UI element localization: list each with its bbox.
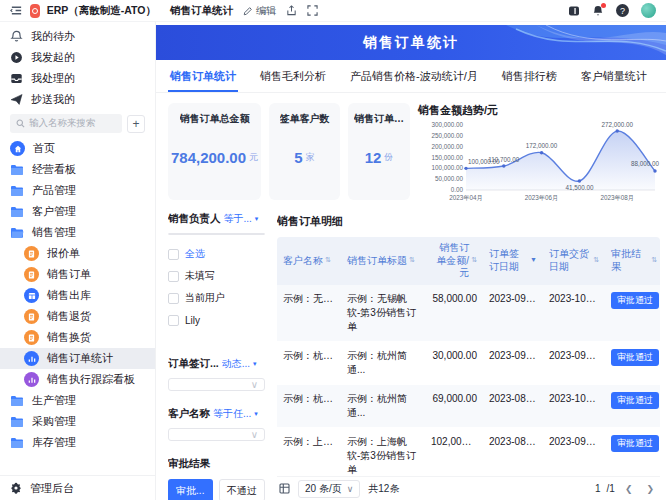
caret-down-icon[interactable]: ▾: [253, 360, 257, 368]
collapse-sidebar-icon[interactable]: [10, 4, 23, 17]
caret-down-icon[interactable]: ▾: [254, 410, 258, 418]
notifications-bell-icon[interactable]: [592, 5, 604, 17]
svg-text:200,000.00: 200,000.00: [431, 143, 463, 150]
add-button[interactable]: +: [127, 115, 145, 133]
sidebar-item-sales-exchange[interactable]: 销售换货: [0, 327, 155, 348]
column-header-1[interactable]: 销售订单标题⇅: [341, 237, 425, 285]
sort-icon[interactable]: ⇅: [471, 256, 477, 265]
next-page-button[interactable]: ❯: [642, 484, 658, 494]
owner-option-2[interactable]: 当前用户: [168, 287, 265, 309]
order-detail-section: 销售订单明细 客户名称⇅销售订单标题⇅销售订单金额/元⇅订单签订日期▼订单交货日…: [277, 212, 660, 500]
sidebar-item-initiated-by-me[interactable]: 我发起的: [0, 47, 155, 68]
table-body: 示例：无锡帆软示例：无锡帆软-第3份销售订单58,000.002023-09-1…: [277, 285, 660, 477]
sort-desc-icon[interactable]: ▼: [530, 256, 537, 265]
filter-owner-search-input[interactable]: 搜索 (多个关键...: [168, 233, 265, 235]
sort-icon[interactable]: ⇅: [409, 256, 415, 265]
approval-badge: 审批通过: [611, 435, 659, 453]
page-size-select[interactable]: 20 条/页 ∨: [298, 480, 360, 498]
tab-1[interactable]: 销售毛利分析: [258, 69, 328, 92]
tab-bar: 销售订单统计销售毛利分析产品销售价格-波动统计/月销售排行榜客户销量统计产品销量…: [156, 60, 666, 93]
column-header-5[interactable]: 审批结果⇅: [605, 237, 660, 285]
sidebar-item-sales-outbound[interactable]: 销售出库: [0, 285, 155, 306]
sidebar-item-inventory-mgmt[interactable]: 库存管理: [0, 432, 155, 453]
fullscreen-icon[interactable]: [307, 5, 318, 16]
doc-icon: [24, 309, 39, 324]
checkbox[interactable]: [168, 271, 179, 282]
checkbox[interactable]: [168, 315, 179, 326]
sidebar-item-home[interactable]: 首页: [0, 138, 155, 159]
filter-customer-select[interactable]: ∨: [168, 428, 265, 441]
trend-chart-svg: 0.0050,000.00100,000.00150,000.00200,000…: [418, 120, 663, 202]
sidebar-item-sales-order[interactable]: 销售订单: [0, 264, 155, 285]
current-page[interactable]: 1: [595, 483, 601, 494]
filter-owner-options: 全选未填写当前用户Lily: [168, 243, 265, 331]
filter-sign-date-select[interactable]: ∨: [168, 378, 265, 391]
stat-card-order-count: 销售订单签署数... 12份: [348, 103, 410, 200]
tab-3[interactable]: 销售排行榜: [500, 69, 559, 92]
tab-2[interactable]: 产品销售价格-波动统计/月: [348, 69, 480, 92]
share-icon[interactable]: [286, 5, 297, 16]
tab-4[interactable]: 客户销量统计: [579, 69, 649, 92]
sidebar-item-sales-order-stats[interactable]: 销售订单统计: [0, 348, 155, 369]
approval-fail-button[interactable]: 不通过: [219, 479, 266, 500]
approval-badge: 审批通过: [611, 349, 659, 367]
sidebar-item-cc-to-me[interactable]: 抄送我的: [0, 89, 155, 110]
app-logo: [30, 4, 40, 18]
sidebar-search-input[interactable]: 输入名称来搜索: [10, 114, 122, 133]
chart-title: 销售金额趋势/元: [418, 103, 660, 118]
sidebar-item-product-mgmt[interactable]: 产品管理: [0, 180, 155, 201]
approval-pass-button[interactable]: 审批...: [168, 479, 213, 500]
sort-icon[interactable]: ⇅: [593, 256, 599, 265]
prev-page-button[interactable]: ❮: [621, 484, 637, 494]
svg-text:41,500.00: 41,500.00: [565, 184, 594, 191]
filter-sign-date-operator[interactable]: 动态...: [222, 357, 250, 371]
filter-owner-operator[interactable]: 等于...: [224, 212, 252, 226]
avatar[interactable]: [641, 3, 656, 18]
checkbox[interactable]: [168, 249, 179, 260]
sidebar-item-production-mgmt[interactable]: 生产管理: [0, 390, 155, 411]
caret-down-icon[interactable]: ▾: [255, 215, 259, 223]
gear-icon: [10, 482, 22, 494]
sidebar-item-purchase-mgmt[interactable]: 采购管理: [0, 411, 155, 432]
approval-badge: 审批通过: [611, 292, 659, 310]
sort-icon[interactable]: ⇅: [651, 256, 657, 265]
send-icon: [10, 93, 23, 106]
bell-icon: [10, 30, 23, 43]
sidebar-item-handled-by-me[interactable]: 我处理的: [0, 68, 155, 89]
tab-0[interactable]: 销售订单统计: [168, 69, 238, 92]
sidebar-item-sales-return[interactable]: 销售退货: [0, 306, 155, 327]
column-header-2[interactable]: 销售订单金额/元⇅: [425, 237, 483, 285]
search-icon: [174, 233, 183, 235]
admin-backend-link[interactable]: 管理后台: [0, 475, 155, 500]
table-settings-icon[interactable]: [279, 483, 290, 494]
edit-button[interactable]: 编辑: [243, 4, 276, 18]
filter-approval: 审批结果: [168, 457, 265, 471]
column-header-3[interactable]: 订单签订日期▼: [483, 237, 543, 285]
owner-option-3[interactable]: Lily: [168, 309, 265, 331]
column-header-0[interactable]: 客户名称⇅: [277, 237, 341, 285]
sidebar-item-business-board[interactable]: 经营看板: [0, 159, 155, 180]
svg-text:172,000.00: 172,000.00: [526, 142, 558, 149]
panel-toggle-icon[interactable]: [568, 5, 580, 17]
folder-icon: [10, 437, 24, 449]
sort-icon[interactable]: ⇅: [325, 256, 331, 265]
sidebar-item-sales-exec-board[interactable]: 销售执行跟踪看板: [0, 369, 155, 390]
owner-option-0[interactable]: 全选: [168, 243, 265, 265]
stat-card-customer-count: 签单客户数 5家: [269, 103, 340, 200]
sidebar-item-customer-mgmt[interactable]: 客户管理: [0, 201, 155, 222]
svg-text:300,000.00: 300,000.00: [431, 121, 463, 128]
filter-customer-operator[interactable]: 等于任...: [213, 407, 251, 421]
sidebar-item-quotation[interactable]: 报价单: [0, 243, 155, 264]
home-icon: [10, 141, 25, 156]
box-icon: [24, 288, 39, 303]
sidebar-item-my-todos[interactable]: 我的待办: [0, 26, 155, 47]
owner-option-1[interactable]: 未填写: [168, 265, 265, 287]
column-header-4[interactable]: 订单交货日期⇅: [543, 237, 605, 285]
main-content: 销售订单统计 销售订单统计销售毛利分析产品销售价格-波动统计/月销售排行榜客户销…: [156, 22, 666, 500]
topbar: ERP（离散制造-ATO） 销售订单统计 编辑 ?: [0, 0, 666, 22]
help-icon[interactable]: ?: [616, 4, 629, 17]
total-pages: /1: [607, 483, 615, 494]
sidebar-item-sales-mgmt[interactable]: 销售管理: [0, 222, 155, 243]
checkbox[interactable]: [168, 293, 179, 304]
stat-value: 12: [365, 149, 382, 166]
